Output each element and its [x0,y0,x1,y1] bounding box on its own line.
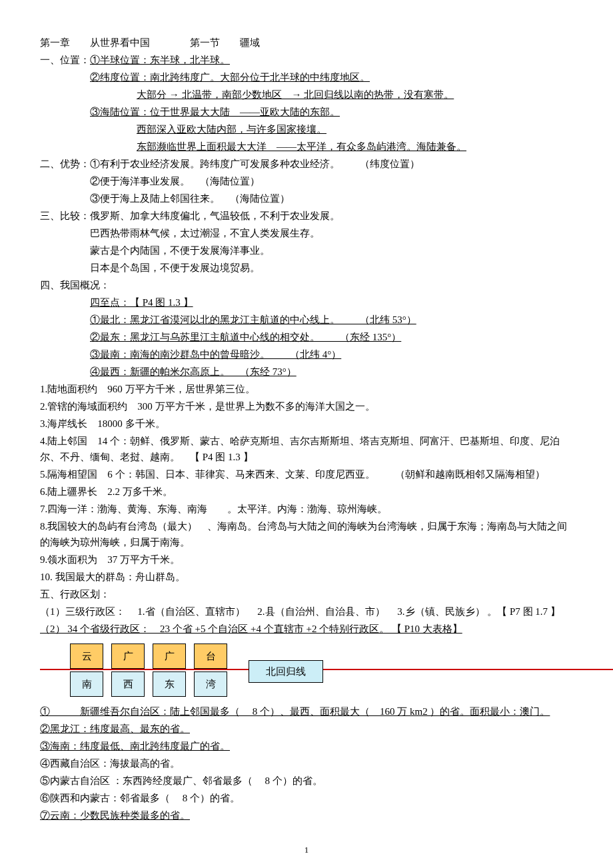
box-col-1: 广 西 [111,644,145,697]
section-4-head: 四、我国概况： [40,277,573,293]
point-9: 9.领水面积为 37 万平方千米。 [40,552,573,568]
s1-item2b: 大部分 → 北温带，南部少数地区 → 北回归线以南的热带，没有寒带。 [137,89,454,100]
n1a: ① [40,706,50,717]
point-10: 10. 我国最大的群岛：舟山群岛。 [40,569,573,585]
note-4: ④西藏自治区：海拔最高的省。 [40,755,573,771]
box-col-2: 广 东 [153,644,186,697]
note-3: ③海南：纬度最低、南北跨纬度最广的省。 [40,741,230,751]
s4-item2: ②最东：黑龙江与乌苏里江主航道中心线的相交处。 （东经 135°） [90,332,401,342]
n1b: 新疆维吾尔自治区：陆上邻国最多（ 8 个）、最西、面积最大（ 160 万 km2… [50,706,550,717]
point-7: 7.四海一洋：渤海、黄海、东海、南海 。太平洋。内海：渤海、琼州海峡。 [40,501,573,517]
s5-item1: （1）三级行政区： 1.省（自治区、直辖市） 2.县（自治州、自治县、市） 3.… [40,604,573,620]
s4-item3: ③最南：南海的南沙群岛中的曾母暗沙。 （北纬 4°） [90,349,341,360]
section-1: 一、位置：①半球位置：东半球，北半球。 [40,52,573,68]
note-1: ① 新疆维吾尔自治区：陆上邻国最多（ 8 个）、最西、面积最大（ 160 万 k… [40,703,573,719]
province-boxes: 云 南 广 西 广 东 台 湾 北回归线 [70,644,573,697]
box-bot-3: 湾 [194,671,227,697]
box-bot-2: 东 [153,671,186,697]
s1-item3c: 东部濒临世界上面积最大大洋 ——太平洋，有众多岛屿港湾。海陆兼备。 [137,141,466,152]
s1-item2: ②纬度位置：南北跨纬度广。大部分位于北半球的中纬度地区。 [90,72,370,83]
s5-item2: （2） 34 个省级行政区： 23 个省 +5 个自治区 +4 个直辖市 +2 … [40,624,462,634]
s1-item3: ③海陆位置：位于世界最大大陆 ——亚欧大陆的东部。 [90,107,340,117]
box-top-3: 台 [194,644,227,669]
box-top-1: 广 [111,644,145,669]
s3-item3: 蒙古是个内陆国，不便于发展海洋事业。 [40,242,573,258]
s4-subhead: 四至点：【 P4 图 1.3 】 [90,297,193,308]
note-2: ②黑龙江：纬度最高、最东的省。 [40,723,190,734]
s4-item1: ①最北：黑龙江省漠河以北的黑龙江主航道的中心线上。 （北纬 53°） [90,314,416,325]
s2-head: 二、优势： [40,159,90,169]
s3-item1: 俄罗斯、加拿大纬度偏北，气温较低，不利于农业发展。 [90,211,340,221]
box-col-0: 云 南 [70,644,103,697]
point-1: 1.陆地面积约 960 万平方千米，居世界第三位。 [40,381,573,397]
s1-head: 一、位置： [40,55,90,65]
box-top-2: 广 [153,644,186,669]
point-3: 3.海岸线长 18000 多千米。 [40,416,573,432]
note-5: ⑤内蒙古自治区 ：东西跨经度最广、邻省最多（ 8 个）的省。 [40,773,573,789]
s1-item1: ①半球位置：东半球，北半球。 [90,55,230,65]
s2-item3: ③便于海上及陆上邻国往来。 （海陆位置） [40,191,573,207]
point-4: 4.陆上邻国 14 个：朝鲜、俄罗斯、蒙古、哈萨克斯坦、吉尔吉斯斯坦、塔吉克斯坦… [40,433,573,465]
chapter-title: 第一章 从世界看中国 第一节 疆域 [40,35,573,51]
s2-item1: ①有利于农业经济发展。跨纬度广可发展多种农业经济。 （纬度位置） [90,159,420,169]
s1-item3b: 西部深入亚欧大陆内部，与许多国家接壤。 [137,124,326,135]
point-8: 8.我国较大的岛屿有台湾岛（最大） 、海南岛。台湾岛与大陆之间的海峡为台湾海峡，… [40,518,573,550]
box-top-0: 云 [70,644,103,669]
tropic-label: 北回归线 [249,660,323,683]
box-bot-1: 西 [111,671,145,697]
box-bot-0: 南 [70,671,103,697]
section-2: 二、优势：①有利于农业经济发展。跨纬度广可发展多种农业经济。 （纬度位置） [40,156,573,172]
s3-head: 三、比较： [40,211,90,221]
box-col-3: 台 湾 [194,644,227,697]
s3-item4: 日本是个岛国，不便于发展边境贸易。 [40,260,573,276]
point-6: 6.陆上疆界长 2.2 万多千米。 [40,484,573,500]
note-7: ⑦云南：少数民族种类最多的省。 [40,810,190,821]
s3-item2: 巴西热带雨林气候，太过潮湿，不宜人类发展生存。 [40,225,573,241]
point-2: 2.管辖的海域面积约 300 万平方千米，是世界上为数不多的海洋大国之一。 [40,398,573,414]
note-6: ⑥陕西和内蒙古：邻省最多（ 8 个）的省。 [40,790,573,806]
point-5: 5.隔海相望国 6 个：韩国、日本、菲律宾、马来西来、文莱、印度尼西亚。 （朝鲜… [40,466,573,482]
section-5-head: 五、行政区划： [40,586,573,602]
s2-item2: ②便于海洋事业发展。 （海陆位置） [40,173,573,189]
page-number: 1 [40,843,573,857]
section-3: 三、比较：俄罗斯、加拿大纬度偏北，气温较低，不利于农业发展。 [40,208,573,224]
s4-item4: ④最西：新疆的帕米尔高原上。 （东经 73°） [90,366,297,377]
